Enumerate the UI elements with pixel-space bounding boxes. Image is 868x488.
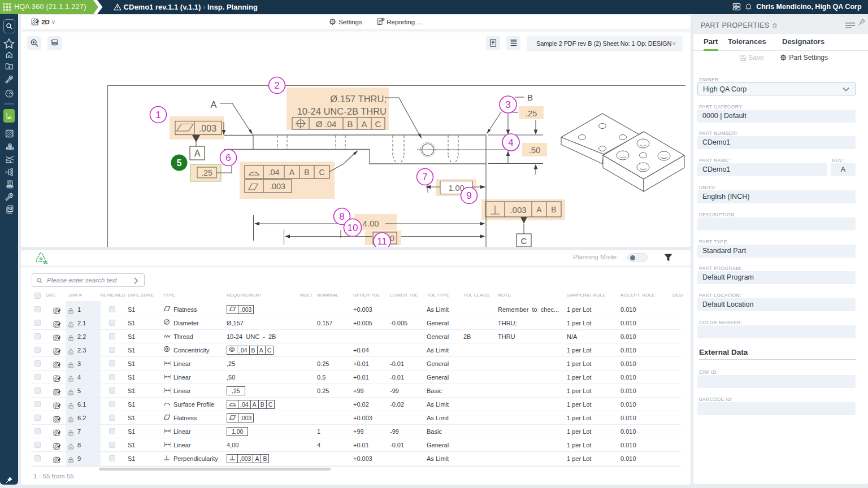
svg-text:8: 8 — [339, 211, 344, 222]
svg-text:B: B — [551, 205, 556, 214]
svg-text:.003: .003 — [270, 182, 285, 191]
svg-text:1: 1 — [155, 110, 160, 120]
svg-text:A: A — [210, 99, 216, 110]
svg-text:.003: .003 — [199, 124, 216, 133]
svg-text:.50: .50 — [529, 145, 541, 155]
svg-text:4.00: 4.00 — [362, 219, 379, 228]
svg-text:A: A — [289, 168, 295, 177]
svg-text:B: B — [304, 168, 309, 177]
svg-text:.04: .04 — [268, 168, 279, 177]
svg-text:11: 11 — [377, 236, 387, 247]
svg-text:B: B — [347, 119, 353, 129]
svg-text:A: A — [361, 119, 367, 129]
svg-text:5: 5 — [177, 158, 182, 168]
svg-text:6: 6 — [225, 152, 231, 163]
svg-text:Ø.157 THRU;: Ø.157 THRU; — [330, 94, 387, 104]
svg-text:9: 9 — [466, 190, 471, 201]
svg-text:C: C — [319, 168, 324, 177]
svg-text:R: R — [40, 256, 43, 262]
svg-text:2: 2 — [274, 80, 279, 91]
svg-text:Ø .04: Ø .04 — [316, 119, 337, 129]
svg-text:.25: .25 — [201, 168, 212, 177]
svg-text:4: 4 — [508, 137, 513, 148]
svg-text:3: 3 — [505, 99, 510, 110]
svg-text:A: A — [194, 149, 201, 158]
svg-text:10: 10 — [348, 223, 358, 233]
svg-text:.25: .25 — [526, 108, 537, 118]
svg-text:10-24 UNC-2B THRU: 10-24 UNC-2B THRU — [297, 106, 387, 116]
svg-text:C: C — [375, 119, 381, 129]
svg-text:A: A — [536, 205, 542, 214]
svg-text:C: C — [521, 236, 527, 246]
svg-text:pb: pb — [44, 260, 47, 264]
svg-text:B: B — [527, 93, 533, 102]
svg-text:.003: .003 — [510, 205, 526, 215]
svg-text:7: 7 — [422, 172, 427, 182]
